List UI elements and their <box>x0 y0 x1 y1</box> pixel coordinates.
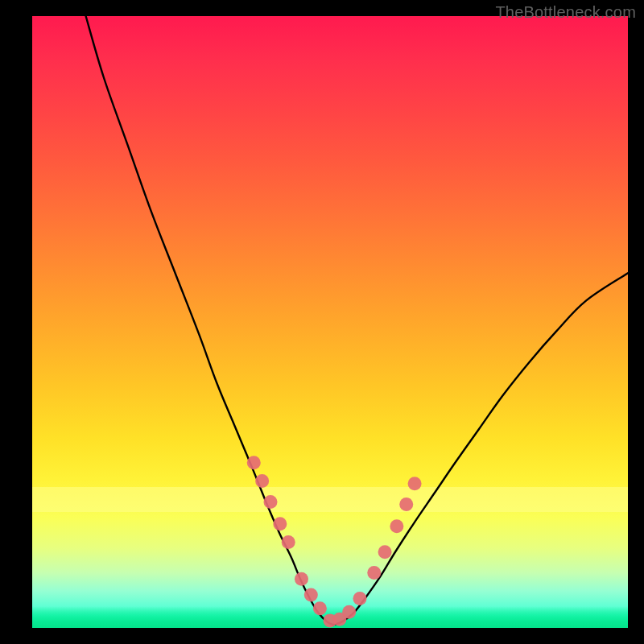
marker-point <box>304 588 318 601</box>
marker-point <box>295 572 308 586</box>
marker-point <box>264 495 278 509</box>
marker-point <box>282 535 295 549</box>
chart-markers <box>247 456 422 627</box>
marker-point <box>273 517 287 530</box>
marker-point <box>399 497 413 511</box>
marker-point <box>408 477 422 490</box>
marker-point <box>367 566 381 580</box>
marker-point <box>353 592 367 605</box>
chart-curve <box>86 16 628 625</box>
chart-svg <box>32 16 628 628</box>
plot-area <box>32 16 628 628</box>
chart-frame: TheBottleneck.com <box>0 0 644 644</box>
marker-point <box>313 601 327 615</box>
marker-point <box>378 545 392 559</box>
marker-point <box>255 474 269 488</box>
series-left-branch <box>86 16 333 625</box>
marker-point <box>247 456 261 469</box>
marker-point <box>342 605 356 619</box>
marker-point <box>390 519 403 533</box>
watermark-text: TheBottleneck.com <box>495 3 636 22</box>
